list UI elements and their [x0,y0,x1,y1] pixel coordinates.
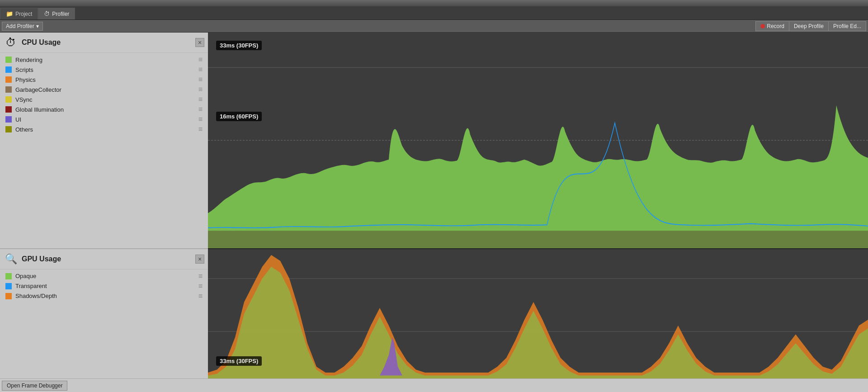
add-profiler-button[interactable]: Add Profiler ▾ [2,22,43,31]
main-content: ⏱ CPU Usage × Rendering ≡ Scripts ≡ [0,33,868,378]
tab-profiler-label: Profiler [52,11,69,17]
transparent-color [5,283,12,289]
bottom-bar: Open Frame Debugger [0,378,868,392]
cpu-fps30-label: 33ms (30FPS) [216,41,262,50]
opaque-handle[interactable]: ≡ [198,273,203,280]
gi-color [5,106,12,113]
gpu-fps30-label: 33ms (30FPS) [216,356,262,366]
scripts-color [5,66,12,73]
gpu-title: GPU Usage [22,255,192,263]
shadows-handle[interactable]: ≡ [198,293,203,300]
toolbar-right: Record Deep Profile Profile Ed... [755,21,866,31]
legend-item-opaque: Opaque ≡ [0,271,208,281]
others-handle[interactable]: ≡ [198,126,203,133]
add-profiler-label: Add Profiler [6,23,34,29]
cpu-legend: Rendering ≡ Scripts ≡ Physics ≡ [0,53,208,136]
legend-item-rendering: Rendering ≡ [0,55,208,65]
rendering-label: Rendering [15,57,195,63]
scripts-label: Scripts [15,66,195,73]
cpu-chart[interactable]: 33ms (30FPS) 16ms (60FPS) [208,33,868,249]
tab-project-label: Project [15,11,32,17]
gpu-legend: Opaque ≡ Transparent ≡ Shadows/Depth ≡ [0,269,208,303]
vsync-color [5,96,12,103]
opaque-color [5,273,12,279]
shadows-label: Shadows/Depth [15,293,195,299]
legend-item-gc: GarbageCollector ≡ [0,85,208,94]
frame-debugger-button[interactable]: Open Frame Debugger [2,381,67,391]
deep-profile-button[interactable]: Deep Profile [789,21,828,31]
right-panel: 33ms (30FPS) 16ms (60FPS) [208,33,868,378]
transparent-handle[interactable]: ≡ [198,283,203,290]
legend-item-shadows: Shadows/Depth ≡ [0,291,208,301]
top-strip [0,0,868,6]
record-button[interactable]: Record [755,21,789,31]
rendering-color [5,57,12,63]
svg-rect-4 [208,231,868,248]
record-label: Record [767,23,784,29]
record-dot-icon [760,24,765,28]
ui-color [5,116,12,123]
profiler-icon: ⏱ [44,10,50,17]
toolbar: Add Profiler ▾ Record Deep Profile Profi… [0,20,868,33]
gpu-section-header: 🔍 GPU Usage × [0,249,208,269]
tab-row: 📁 Project ⏱ Profiler [0,6,868,20]
cpu-title: CPU Usage [22,38,192,47]
legend-item-ui: UI ≡ [0,114,208,124]
gi-label: Global Illumination [15,106,195,113]
vsync-label: VSync [15,96,195,103]
cpu-fps60-label: 16ms (60FPS) [216,112,262,121]
gpu-close-button[interactable]: × [195,255,204,264]
opaque-label: Opaque [15,273,195,279]
dropdown-icon: ▾ [36,23,39,29]
cpu-section: ⏱ CPU Usage × Rendering ≡ Scripts ≡ [0,33,208,249]
tab-project[interactable]: 📁 Project [0,8,38,19]
gi-handle[interactable]: ≡ [198,106,203,113]
profile-editor-button[interactable]: Profile Ed... [828,21,866,31]
tab-profiler[interactable]: ⏱ Profiler [38,8,75,19]
deep-profile-label: Deep Profile [794,23,824,29]
gc-label: GarbageCollector [15,86,195,93]
physics-color [5,76,12,83]
gc-handle[interactable]: ≡ [198,86,203,93]
physics-label: Physics [15,76,195,83]
frame-debugger-label: Open Frame Debugger [7,383,62,389]
gpu-icon: 🔍 [4,252,18,266]
gc-color [5,86,12,93]
legend-item-gi: Global Illumination ≡ [0,104,208,114]
ui-label: UI [15,116,195,123]
gpu-section: 🔍 GPU Usage × Opaque ≡ Transparent ≡ [0,249,208,378]
cpu-close-button[interactable]: × [195,38,204,47]
project-icon: 📁 [6,10,13,17]
gpu-chart[interactable]: 33ms (30FPS) [208,249,868,378]
left-panel: ⏱ CPU Usage × Rendering ≡ Scripts ≡ [0,33,208,378]
vsync-handle[interactable]: ≡ [198,96,203,103]
ui-handle[interactable]: ≡ [198,116,203,123]
scripts-handle[interactable]: ≡ [198,66,203,73]
cpu-section-header: ⏱ CPU Usage × [0,33,208,53]
physics-handle[interactable]: ≡ [198,76,203,83]
cpu-icon: ⏱ [4,35,18,50]
others-label: Others [15,126,195,133]
legend-item-physics: Physics ≡ [0,75,208,85]
legend-item-others: Others ≡ [0,124,208,134]
legend-item-scripts: Scripts ≡ [0,65,208,75]
others-color [5,126,12,132]
transparent-label: Transparent [15,283,195,289]
profile-editor-label: Profile Ed... [833,23,861,29]
legend-item-transparent: Transparent ≡ [0,281,208,291]
shadows-color [5,293,12,299]
rendering-handle[interactable]: ≡ [198,56,203,63]
legend-item-vsync: VSync ≡ [0,94,208,104]
